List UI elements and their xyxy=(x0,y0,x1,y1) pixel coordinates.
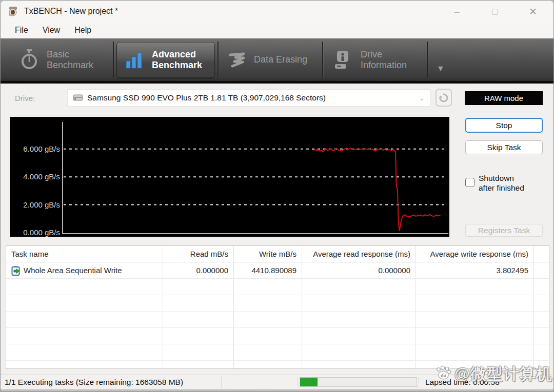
avg-write-cell: 3.802495 xyxy=(416,262,534,278)
chart-ytick-label: 4.000 gB/s xyxy=(11,172,60,181)
drive-value: Samsung SSD 990 EVO Plus 2TB 1.81 TB (3,… xyxy=(87,93,326,102)
tab-bar: Basic Benchmark Advanced Benchmark Data … xyxy=(1,38,553,84)
chart-ytick-label: 2.000 gB/s xyxy=(11,200,60,209)
tab-label: Data Erasing xyxy=(254,54,307,65)
status-separator xyxy=(298,377,298,388)
status-bar: 1/1 Executing tasks (Size remaining: 166… xyxy=(1,375,553,389)
eraser-icon xyxy=(228,51,247,69)
window-bottom-edge xyxy=(1,389,553,392)
menu-help[interactable]: Help xyxy=(67,24,98,37)
maximize-button[interactable]: ▢ xyxy=(484,3,506,19)
progress-bar xyxy=(300,377,417,387)
ssd-icon xyxy=(73,94,83,102)
progress-fill xyxy=(300,378,318,386)
shutdown-option: Shutdown after finished xyxy=(465,173,524,193)
tab-advanced-benchmark[interactable]: Advanced Benchmark xyxy=(116,42,215,78)
shutdown-label: Shutdown after finished xyxy=(479,173,524,193)
registers-task-button: Registers Task xyxy=(465,224,543,237)
raw-mode-button[interactable]: RAW mode xyxy=(465,91,543,105)
read-cell: 0.000000 xyxy=(163,262,234,278)
refresh-drives-button[interactable] xyxy=(436,89,452,107)
close-button[interactable]: ✕ xyxy=(522,3,544,19)
empty-table-row xyxy=(6,328,549,344)
app-window: TxBENCH - New project * – ▢ ✕ File View … xyxy=(0,0,554,392)
empty-table-row xyxy=(6,361,549,369)
menu-view[interactable]: View xyxy=(35,24,67,37)
col-task-name[interactable]: Task name xyxy=(6,246,163,262)
table-header-row: Task name Read mB/s Write mB/s Average r… xyxy=(6,246,549,262)
tab-separator xyxy=(113,42,114,78)
menu-bar: File View Help xyxy=(1,22,553,38)
col-read[interactable]: Read mB/s xyxy=(163,246,234,262)
task-table: Task name Read mB/s Write mB/s Average r… xyxy=(6,245,549,369)
window-title: TxBENCH - New project * xyxy=(24,7,118,16)
drive-row: Drive: Samsung SSD 990 EVO Plus 2TB 1.81… xyxy=(1,88,553,110)
drive-label: Drive: xyxy=(15,94,35,102)
tab-drive-information[interactable]: Drive Information xyxy=(326,42,424,78)
empty-table-row xyxy=(6,312,549,328)
tab-overflow-arrow-icon[interactable]: ▼ xyxy=(437,64,445,73)
tab-separator xyxy=(322,42,323,78)
write-cell: 4410.890089 xyxy=(234,262,302,278)
lapsed-time-text: Lapsed time: 0:00:58 xyxy=(419,378,500,387)
col-avg-write-response[interactable]: Average write response (ms) xyxy=(416,246,534,262)
chart-ytick-label: 6.000 gB/s xyxy=(11,145,60,153)
throughput-chart: 6.000 gB/s4.000 gB/s2.000 gB/s0.000 gB/s xyxy=(10,117,449,237)
menu-file[interactable]: File xyxy=(8,24,35,37)
avg-read-cell: 0.000000 xyxy=(302,262,416,278)
empty-table-row xyxy=(6,279,549,295)
table-row[interactable]: Whole Area Sequential Write 0.000000 441… xyxy=(6,262,549,279)
bar-chart-icon xyxy=(124,49,145,71)
tab-label: Basic Benchmark xyxy=(47,49,93,71)
minimize-button[interactable]: – xyxy=(446,3,468,19)
status-executing-text: 1/1 Executing tasks (Size remaining: 166… xyxy=(1,378,221,387)
task-running-icon xyxy=(11,265,21,276)
chevron-down-icon[interactable]: ⌄ xyxy=(419,94,425,102)
tab-basic-benchmark[interactable]: Basic Benchmark xyxy=(12,42,110,78)
refresh-icon xyxy=(439,93,449,103)
status-separator xyxy=(221,377,222,388)
col-avg-read-response[interactable]: Average read response (ms) xyxy=(302,246,416,262)
shutdown-checkbox[interactable] xyxy=(465,178,474,187)
tab-data-erasing[interactable]: Data Erasing xyxy=(221,42,320,78)
empty-table-row xyxy=(6,344,549,361)
chart-canvas xyxy=(10,117,449,237)
chart-ytick-label: 0.000 gB/s xyxy=(11,228,60,237)
tab-label: Drive Information xyxy=(361,49,407,71)
app-logo-icon xyxy=(8,6,19,16)
stopwatch-icon xyxy=(19,49,39,71)
tab-separator xyxy=(217,42,219,78)
stop-button[interactable]: Stop xyxy=(465,118,543,133)
task-name-cell: Whole Area Sequential Write xyxy=(6,262,163,278)
empty-table-row xyxy=(6,295,549,312)
tab-label: Advanced Benchmark xyxy=(152,49,202,71)
skip-task-button[interactable]: Skip Task xyxy=(465,140,543,154)
drive-info-icon xyxy=(333,49,353,71)
tab-separator xyxy=(427,42,428,78)
drive-select[interactable]: Samsung SSD 990 EVO Plus 2TB 1.81 TB (3,… xyxy=(67,89,430,107)
title-bar: TxBENCH - New project * – ▢ ✕ xyxy=(1,1,553,22)
col-write[interactable]: Write mB/s xyxy=(234,246,302,262)
